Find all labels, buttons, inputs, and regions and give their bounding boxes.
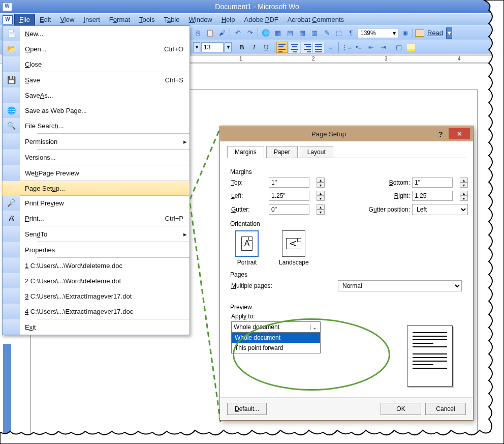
torn-edge-decoration (0, 0, 504, 444)
